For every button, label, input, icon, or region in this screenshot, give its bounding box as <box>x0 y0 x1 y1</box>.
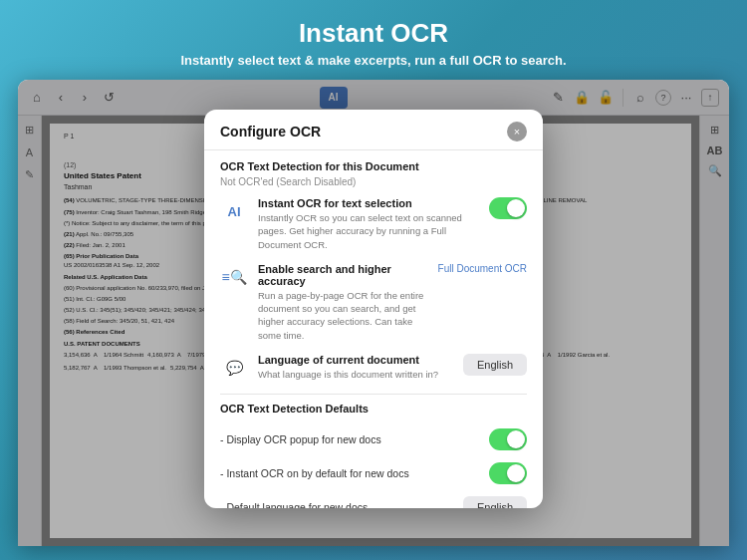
option3-action: English <box>463 354 527 376</box>
modal-body: OCR Text Detection for this Document Not… <box>204 150 543 508</box>
option-enable-search: ≡🔍 Enable search and higher accuracy Run… <box>220 263 527 342</box>
language-button[interactable]: English <box>463 354 527 376</box>
ocr-section-status: Not OCR'ed (Search Disabled) <box>220 176 527 187</box>
section-divider <box>220 394 527 395</box>
option3-desc: What language is this document written i… <box>258 368 453 381</box>
ai-icon: AI <box>220 197 248 225</box>
option2-desc: Run a page-by-page OCR for the entire do… <box>258 289 428 342</box>
close-button[interactable]: × <box>507 122 527 141</box>
header: Instant OCR Instantly select text & make… <box>0 0 747 80</box>
configure-ocr-modal: Configure OCR × OCR Text Detection for t… <box>204 110 543 508</box>
option2-content: Enable search and higher accuracy Run a … <box>258 263 428 342</box>
option2-action: Full Document OCR <box>438 263 527 274</box>
instant-ocr-toggle[interactable] <box>489 197 527 219</box>
modal-overlay: Configure OCR × OCR Text Detection for t… <box>18 80 729 546</box>
default2-toggle[interactable] <box>489 462 527 484</box>
full-document-ocr-link[interactable]: Full Document OCR <box>438 263 527 274</box>
option1-desc: Instantly OCR so you can select text on … <box>258 211 479 251</box>
default-row-1: - Display OCR popup for new docs <box>220 422 527 456</box>
page-title: Instant OCR <box>40 18 707 49</box>
option1-content: Instant OCR for text selection Instantly… <box>258 197 479 251</box>
default-row-2: - Instant OCR on by default for new docs <box>220 456 527 490</box>
default-language-button[interactable]: English <box>463 496 527 508</box>
option1-action <box>489 197 527 219</box>
default2-label: - Instant OCR on by default for new docs <box>220 467 409 479</box>
option-language: 💬 Language of current document What lang… <box>220 354 527 382</box>
default3-label: - Default language for new docs <box>220 501 368 508</box>
page-subtitle: Instantly select text & make excerpts, r… <box>40 53 707 68</box>
modal-header: Configure OCR × <box>204 110 543 150</box>
default1-toggle[interactable] <box>489 428 527 450</box>
option1-title: Instant OCR for text selection <box>258 197 479 209</box>
modal-title: Configure OCR <box>220 124 321 140</box>
app-window: ⌂ ‹ › ↺ AI ✎ 🔒 🔓 ⌕ ? ··· ↑ ⊞ A ✎ P 1 <box>18 80 729 546</box>
search-lines-icon: ≡🔍 <box>220 263 248 291</box>
default1-label: - Display OCR popup for new docs <box>220 433 381 445</box>
option2-title: Enable search and higher accuracy <box>258 263 428 287</box>
option3-content: Language of current document What langua… <box>258 354 453 381</box>
defaults-section-title: OCR Text Detection Defaults <box>220 403 527 415</box>
language-icon: 💬 <box>220 354 248 382</box>
default-row-3: - Default language for new docs English <box>220 490 527 508</box>
ocr-section-title: OCR Text Detection for this Document <box>220 160 527 172</box>
option3-title: Language of current document <box>258 354 453 366</box>
option-instant-ocr: AI Instant OCR for text selection Instan… <box>220 197 527 251</box>
